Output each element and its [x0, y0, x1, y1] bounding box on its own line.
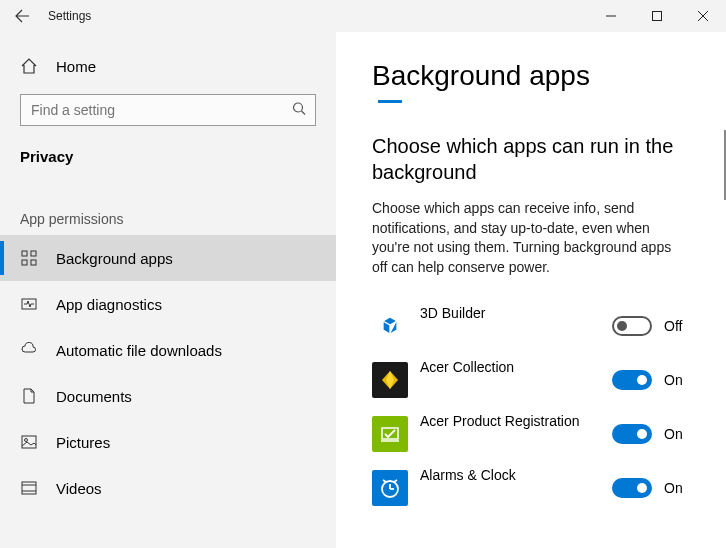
window-title: Settings — [48, 9, 91, 23]
sidebar-item-label: Background apps — [56, 250, 173, 267]
app-name: 3D Builder — [420, 305, 600, 321]
app-row: 3D Builder Off — [372, 299, 690, 353]
home-icon — [20, 57, 38, 75]
minimize-button[interactable] — [588, 0, 634, 32]
svg-rect-1 — [653, 12, 662, 21]
section-label: App permissions — [0, 175, 336, 235]
svg-rect-8 — [22, 260, 27, 265]
svg-rect-7 — [31, 251, 36, 256]
back-button[interactable] — [0, 0, 44, 32]
toggle-label: On — [664, 480, 690, 496]
app-name: Alarms & Clock — [420, 467, 600, 483]
toggle-acer-collection[interactable] — [612, 370, 652, 390]
grid-icon — [20, 249, 38, 267]
sidebar-item-label: Pictures — [56, 434, 110, 451]
svg-rect-16 — [382, 428, 398, 439]
svg-rect-6 — [22, 251, 27, 256]
sidebar-item-videos[interactable]: Videos — [0, 465, 336, 511]
sidebar-item-label: Automatic file downloads — [56, 342, 222, 359]
svg-line-5 — [302, 111, 306, 115]
page-title: Background apps — [372, 60, 690, 92]
cloud-download-icon — [20, 341, 38, 359]
maximize-button[interactable] — [634, 0, 680, 32]
search-icon — [292, 102, 306, 119]
content-pane: Background apps Choose which apps can ru… — [336, 32, 726, 548]
sidebar-item-pictures[interactable]: Pictures — [0, 419, 336, 465]
svg-point-12 — [25, 439, 28, 442]
app-name: Acer Product Registration — [420, 413, 600, 429]
videos-icon — [20, 479, 38, 497]
sidebar-item-label: Videos — [56, 480, 102, 497]
maximize-icon — [652, 11, 662, 21]
toggle-alarms-clock[interactable] — [612, 478, 652, 498]
sidebar-item-label: App diagnostics — [56, 296, 162, 313]
app-icon-alarms-clock — [372, 470, 408, 506]
sidebar-item-app-diagnostics[interactable]: App diagnostics — [0, 281, 336, 327]
app-row: Alarms & Clock On — [372, 461, 690, 515]
minimize-icon — [606, 11, 616, 21]
title-underline — [378, 100, 402, 103]
app-icon-acer-collection — [372, 362, 408, 398]
home-link[interactable]: Home — [0, 46, 336, 86]
diagnostics-icon — [20, 295, 38, 313]
svg-rect-11 — [22, 436, 36, 448]
app-row: Acer Collection On — [372, 353, 690, 407]
category-label: Privacy — [0, 136, 336, 175]
sidebar-item-label: Documents — [56, 388, 132, 405]
toggle-acer-product-registration[interactable] — [612, 424, 652, 444]
svg-line-21 — [383, 480, 386, 482]
close-icon — [698, 11, 708, 21]
toggle-label: On — [664, 426, 690, 442]
document-icon — [20, 387, 38, 405]
toggle-3d-builder[interactable] — [612, 316, 652, 336]
pictures-icon — [20, 433, 38, 451]
svg-rect-13 — [22, 482, 36, 494]
arrow-left-icon — [14, 8, 30, 24]
sidebar-item-background-apps[interactable]: Background apps — [0, 235, 336, 281]
toggle-label: Off — [664, 318, 690, 334]
sidebar-item-documents[interactable]: Documents — [0, 373, 336, 419]
app-icon-3d-builder — [372, 308, 408, 344]
app-icon-acer-product-registration — [372, 416, 408, 452]
app-name: Acer Collection — [420, 359, 600, 375]
svg-rect-9 — [31, 260, 36, 265]
svg-line-22 — [394, 480, 397, 482]
svg-point-4 — [294, 103, 303, 112]
section-description: Choose which apps can receive info, send… — [372, 199, 690, 277]
app-row: Acer Product Registration On — [372, 407, 690, 461]
sidebar-item-automatic-file-downloads[interactable]: Automatic file downloads — [0, 327, 336, 373]
close-button[interactable] — [680, 0, 726, 32]
search-input[interactable] — [20, 94, 316, 126]
sidebar: Home Privacy App permissions Background … — [0, 32, 336, 548]
toggle-label: On — [664, 372, 690, 388]
home-label: Home — [56, 58, 96, 75]
section-heading: Choose which apps can run in the backgro… — [372, 133, 690, 185]
titlebar: Settings — [0, 0, 726, 32]
